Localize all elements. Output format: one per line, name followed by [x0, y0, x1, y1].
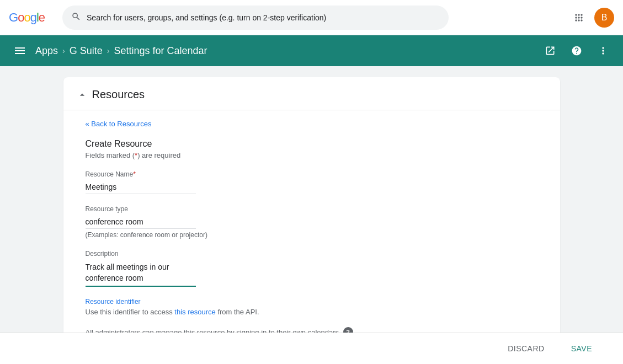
- discard-button[interactable]: DISCARD: [499, 340, 553, 357]
- resource-type-input[interactable]: [86, 215, 196, 229]
- avatar[interactable]: B: [594, 8, 614, 28]
- nav-bar: Apps › G Suite › Settings for Calendar: [0, 35, 623, 66]
- nav-actions: [539, 40, 614, 62]
- search-input[interactable]: [87, 13, 440, 22]
- section-title: Resources: [92, 88, 145, 101]
- more-options-button[interactable]: [592, 40, 614, 62]
- breadcrumb-chevron-2: ›: [107, 46, 110, 55]
- form-subtitle: Fields marked (*) are required: [86, 151, 538, 159]
- main-content: Resources « Back to Resources Create Res…: [0, 66, 623, 361]
- breadcrumb-chevron-1: ›: [62, 46, 65, 55]
- resource-identifier-group: Resource identifier Use this identifier …: [86, 298, 538, 316]
- footer: DISCARD SAVE: [0, 333, 623, 361]
- help-button[interactable]: [566, 40, 588, 62]
- resource-identifier-label: Resource identifier: [86, 298, 538, 306]
- card-body: « Back to Resources Create Resource Fiel…: [63, 110, 560, 350]
- collapse-button[interactable]: [77, 89, 88, 100]
- top-right-actions: B: [568, 7, 614, 29]
- back-to-resources-link[interactable]: « Back to Resources: [86, 120, 152, 128]
- top-bar: Google B: [0, 0, 623, 35]
- breadcrumb-gsuite[interactable]: G Suite: [70, 45, 103, 57]
- resource-identifier-api-link[interactable]: this resource: [174, 308, 215, 316]
- resource-identifier-text: Use this identifier to access this resou…: [86, 308, 538, 316]
- external-link-button[interactable]: [539, 40, 561, 62]
- resource-type-group: Resource type (Examples: conference room…: [86, 205, 538, 239]
- search-icon: [71, 12, 81, 23]
- resource-name-input[interactable]: [86, 180, 196, 194]
- resource-name-label: Resource Name*: [86, 170, 538, 178]
- resource-name-group: Resource Name*: [86, 170, 538, 194]
- resource-type-hint: (Examples: conference room or projector): [86, 231, 538, 239]
- form-title: Create Resource: [86, 139, 538, 149]
- save-button[interactable]: SAVE: [562, 340, 601, 357]
- google-logo: Google: [9, 10, 45, 25]
- description-textarea[interactable]: Track all meetings in our conference roo…: [86, 260, 196, 287]
- grid-icon-button[interactable]: [568, 7, 590, 29]
- hamburger-menu-button[interactable]: [9, 40, 31, 62]
- resources-card: Resources « Back to Resources Create Res…: [63, 77, 560, 350]
- breadcrumb-apps[interactable]: Apps: [35, 45, 58, 57]
- breadcrumb: Apps › G Suite › Settings for Calendar: [35, 45, 207, 57]
- breadcrumb-current: Settings for Calendar: [114, 45, 207, 57]
- search-bar: [62, 6, 449, 30]
- description-group: Description Track all meetings in our co…: [86, 250, 538, 287]
- description-label: Description: [86, 250, 538, 258]
- resource-type-label: Resource type: [86, 205, 538, 213]
- card-header: Resources: [63, 77, 560, 110]
